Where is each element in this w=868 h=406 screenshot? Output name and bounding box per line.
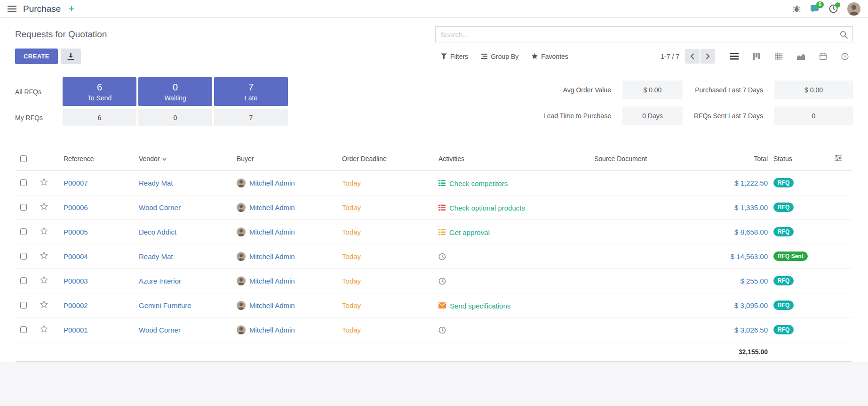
column-header-source-document[interactable]: Source Document [591,147,700,171]
activity-label[interactable]: Send specifications [450,301,510,309]
reference-link[interactable]: P00005 [64,228,88,236]
table-row[interactable]: P00006Wood CornerMitchell AdminTodayChec… [16,195,852,219]
source-document-cell [591,293,700,317]
row-select-checkbox[interactable] [20,302,27,309]
favorite-star-icon[interactable] [40,227,48,235]
table-row[interactable]: P00005Deco AddictMitchell AdminTodayGet … [16,219,852,244]
pivot-view-icon[interactable] [771,49,787,64]
search-icon[interactable] [840,31,848,39]
column-header-order-deadline[interactable]: Order Deadline [339,147,436,171]
list-view-icon[interactable] [726,49,742,64]
activity-envelope-icon[interactable] [438,302,446,309]
column-header-buyer[interactable]: Buyer [234,147,339,171]
filters-button[interactable]: Filters [435,50,474,63]
reference-link[interactable]: P00007 [64,179,88,187]
pager-previous-button[interactable] [685,49,700,64]
row-select-checkbox[interactable] [20,179,27,186]
graph-view-icon[interactable] [793,49,809,64]
column-header-activities[interactable]: Activities [436,147,591,171]
table-row[interactable]: P00001Wood CornerMitchell AdminToday$ 3,… [16,317,852,342]
total-amount: $ 1,222.50 [734,179,768,187]
activity-list-icon[interactable] [438,229,446,235]
activity-clock-icon[interactable] [438,326,446,334]
row-select-checkbox[interactable] [20,228,27,235]
activity-label[interactable]: Check optional products [449,203,525,211]
column-header-vendor[interactable]: Vendor [136,147,234,171]
row-select-checkbox[interactable] [20,277,27,284]
activities-clock-icon[interactable] [829,4,838,13]
vendor-link[interactable]: Azure Interior [139,277,181,285]
status-badge: RFQ [773,178,794,187]
user-avatar[interactable] [847,2,860,16]
favorite-star-icon[interactable] [40,252,48,260]
favorite-star-icon[interactable] [40,276,48,284]
favorite-star-icon[interactable] [40,203,48,211]
vendor-link[interactable]: Wood Corner [139,203,181,211]
tile-my-late[interactable]: 7 [214,109,288,126]
buyer-link[interactable]: Mitchell Admin [249,301,295,309]
tile-my-to-send[interactable]: 6 [63,109,136,126]
reference-link[interactable]: P00006 [64,203,88,211]
activity-list-icon[interactable] [438,180,446,187]
debug-bug-icon[interactable] [793,5,801,13]
buyer-link[interactable]: Mitchell Admin [249,179,295,187]
pager-value: 1-7 / 7 [661,53,679,60]
activity-list-icon[interactable] [438,204,446,211]
buyer-link[interactable]: Mitchell Admin [249,277,295,285]
activity-label[interactable]: Get approval [449,228,490,236]
row-select-checkbox[interactable] [20,204,27,211]
activity-view-icon[interactable] [837,49,853,64]
reference-link[interactable]: P00004 [64,252,88,260]
tile-late[interactable]: 7 Late [214,77,288,106]
group-by-icon [481,53,487,59]
activity-clock-icon[interactable] [438,277,446,285]
tile-my-waiting[interactable]: 0 [138,109,212,126]
vendor-link[interactable]: Deco Addict [139,228,176,236]
table-row[interactable]: P00007Ready MatMitchell AdminTodayCheck … [16,171,852,195]
messages-icon[interactable]: 5 [810,5,820,13]
table-row[interactable]: P00002Gemini FurnitureMitchell AdminToda… [16,293,852,317]
sort-caret-icon [162,158,167,161]
search-input[interactable] [436,27,840,42]
app-name[interactable]: Purchase [23,4,61,14]
tile-to-send[interactable]: 6 To Send [63,77,136,106]
favorite-star-icon[interactable] [40,300,48,309]
vendor-link[interactable]: Ready Mat [139,252,173,260]
activity-clock-icon[interactable] [438,253,446,260]
reference-link[interactable]: P00001 [64,326,88,334]
reference-link[interactable]: P00003 [64,277,88,285]
favorite-star-icon[interactable] [40,325,48,333]
favorite-star-icon[interactable] [40,178,48,186]
vendor-link[interactable]: Ready Mat [139,179,173,187]
export-button[interactable] [61,49,81,64]
reference-link[interactable]: P00002 [64,301,88,309]
buyer-avatar [237,301,246,310]
table-row[interactable]: P00004Ready MatMitchell AdminToday$ 14,5… [16,244,852,268]
order-deadline-value: Today [342,228,361,236]
stat-value-avg-order-value: $ 0.00 [622,81,683,99]
column-header-reference[interactable]: Reference [61,147,136,171]
row-select-checkbox[interactable] [20,326,27,333]
buyer-link[interactable]: Mitchell Admin [249,326,295,334]
buyer-link[interactable]: Mitchell Admin [249,203,295,211]
calendar-view-icon[interactable] [815,49,831,64]
select-all-checkbox[interactable] [20,155,27,162]
activity-label[interactable]: Check competitors [449,179,508,187]
vendor-link[interactable]: Wood Corner [139,326,181,334]
buyer-link[interactable]: Mitchell Admin [249,228,295,236]
favorites-button[interactable]: Favorites [526,50,574,63]
kanban-view-icon[interactable] [749,49,764,64]
vendor-link[interactable]: Gemini Furniture [139,301,191,309]
buyer-link[interactable]: Mitchell Admin [249,252,295,260]
column-header-status[interactable]: Status [771,147,832,171]
apps-menu-icon[interactable] [8,6,16,12]
group-by-button[interactable]: Group By [476,50,524,63]
plus-icon[interactable]: + [68,4,74,14]
column-header-total[interactable]: Total [700,147,771,171]
row-select-checkbox[interactable] [20,253,27,260]
create-button[interactable]: CREATE [15,49,58,64]
pager-next-button[interactable] [701,49,715,64]
tile-waiting[interactable]: 0 Waiting [138,77,212,106]
table-row[interactable]: P00003Azure InteriorMitchell AdminToday$… [16,268,852,293]
optional-columns-icon[interactable] [835,155,842,161]
